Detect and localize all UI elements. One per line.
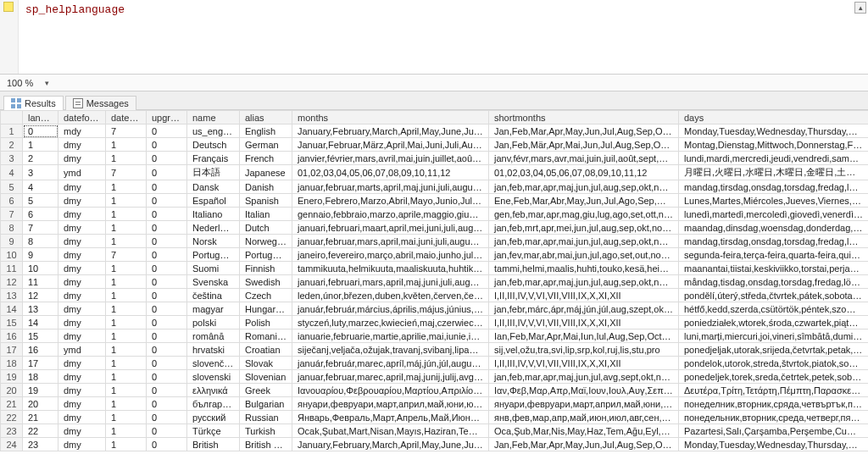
cell-months[interactable]: ianuarie,februarie,martie,aprilie,mai,iu… <box>292 329 489 343</box>
row-number[interactable]: 9 <box>1 235 23 248</box>
table-row[interactable]: 21dmy10DeutschGermanJanuar,Februar,März,… <box>1 138 869 152</box>
cell-datefirst[interactable]: 1 <box>106 221 147 235</box>
col-months[interactable]: months <box>292 111 489 125</box>
cell-datefirst[interactable]: 1 <box>106 424 147 438</box>
cell-langid[interactable]: 17 <box>23 357 58 370</box>
table-row[interactable]: 76dmy10ItalianoItaliangennaio,febbraio,m… <box>1 208 869 221</box>
cell-name[interactable]: slovenčina <box>187 357 240 370</box>
row-number[interactable]: 15 <box>1 316 23 329</box>
cell-shortmonths[interactable]: jan,feb,mar,apr,maj,jun,jul,aug,sep,okt,… <box>489 180 679 194</box>
cell-shortmonths[interactable]: I,II,III,IV,V,VI,VII,VIII,IX,X,XI,XII <box>489 357 679 370</box>
row-number[interactable]: 21 <box>1 397 23 411</box>
cell-dateformat[interactable]: dmy <box>58 235 106 248</box>
cell-langid[interactable]: 16 <box>23 343 58 357</box>
cell-langid[interactable]: 10 <box>23 262 58 275</box>
cell-alias[interactable]: Bulgarian <box>240 397 292 411</box>
cell-name[interactable]: ελληνικά <box>187 384 240 397</box>
cell-shortmonths[interactable]: jan,febr,márc,ápr,máj,jún,júl,aug,szept,… <box>489 302 679 316</box>
row-number[interactable]: 7 <box>1 208 23 221</box>
table-row[interactable]: 10mdy70us_englishEnglishJanuary,February… <box>1 125 869 138</box>
cell-name[interactable]: Deutsch <box>187 138 240 152</box>
cell-months[interactable]: januar,februar,marts,april,maj,juni,juli… <box>292 180 489 194</box>
cell-name[interactable]: slovenski <box>187 370 240 384</box>
cell-months[interactable]: January,February,March,April,May,June,Ju… <box>292 438 489 451</box>
row-number[interactable]: 3 <box>1 152 23 165</box>
row-number[interactable]: 18 <box>1 357 23 370</box>
cell-upgrade[interactable]: 0 <box>147 357 187 370</box>
cell-langid[interactable]: 21 <box>23 411 58 424</box>
table-row[interactable]: 2019dmy10ελληνικάGreekΙανουαρίου,Φεβρουα… <box>1 384 869 397</box>
row-number[interactable]: 19 <box>1 370 23 384</box>
cell-datefirst[interactable]: 1 <box>106 138 147 152</box>
cell-name[interactable]: Dansk <box>187 180 240 194</box>
col-dateformat[interactable]: dateformat <box>58 111 106 125</box>
cell-upgrade[interactable]: 0 <box>147 194 187 208</box>
cell-dateformat[interactable]: dmy <box>58 397 106 411</box>
cell-datefirst[interactable]: 1 <box>106 397 147 411</box>
cell-alias[interactable]: Romanian <box>240 329 292 343</box>
cell-shortmonths[interactable]: jan,feb,mrt,apr,mei,jun,jul,aug,sep,okt,… <box>489 221 679 235</box>
cell-alias[interactable]: Turkish <box>240 424 292 438</box>
cell-name[interactable]: Français <box>187 152 240 165</box>
row-number[interactable]: 14 <box>1 302 23 316</box>
cell-upgrade[interactable]: 0 <box>147 262 187 275</box>
cell-name[interactable]: magyar <box>187 302 240 316</box>
cell-days[interactable]: mandag,tirsdag,onsdag,torsdag,fredag,lør… <box>679 235 869 248</box>
cell-alias[interactable]: Dutch <box>240 221 292 235</box>
row-number[interactable]: 11 <box>1 262 23 275</box>
cell-datefirst[interactable]: 1 <box>106 289 147 302</box>
cell-datefirst[interactable]: 1 <box>106 411 147 424</box>
table-row[interactable]: 1110dmy10SuomiFinnishtammikuuta,helmikuu… <box>1 262 869 275</box>
cell-name[interactable]: hrvatski <box>187 343 240 357</box>
cell-months[interactable]: januari,februari,mars,april,maj,juni,jul… <box>292 275 489 289</box>
table-row[interactable]: 1514dmy10polskiPolishstyczeń,luty,marzec… <box>1 316 869 329</box>
col-days[interactable]: days <box>679 111 869 125</box>
table-row[interactable]: 1817dmy10slovenčinaSlovakjanuár,február,… <box>1 357 869 370</box>
table-row[interactable]: 2221dmy10русскийRussianЯнварь,Февраль,Ма… <box>1 411 869 424</box>
cell-upgrade[interactable]: 0 <box>147 329 187 343</box>
cell-days[interactable]: hétfő,kedd,szerda,csütörtök,péntek,szomb… <box>679 302 869 316</box>
cell-langid[interactable]: 19 <box>23 384 58 397</box>
cell-alias[interactable]: Japanese <box>240 165 292 180</box>
row-number[interactable]: 24 <box>1 438 23 451</box>
cell-langid[interactable]: 5 <box>23 194 58 208</box>
row-number[interactable]: 2 <box>1 138 23 152</box>
cell-months[interactable]: 01,02,03,04,05,06,07,08,09,10,11,12 <box>292 165 489 180</box>
cell-dateformat[interactable]: dmy <box>58 138 106 152</box>
table-row[interactable]: 1716ymd10hrvatskiCroatiansiječanj,veljač… <box>1 343 869 357</box>
cell-upgrade[interactable]: 0 <box>147 138 187 152</box>
cell-days[interactable]: Montag,Dienstag,Mittwoch,Donnerstag,Frei… <box>679 138 869 152</box>
cell-alias[interactable]: Czech <box>240 289 292 302</box>
cell-alias[interactable]: Norwegian <box>240 235 292 248</box>
table-row[interactable]: 1211dmy10SvenskaSwedishjanuari,februari,… <box>1 275 869 289</box>
zoom-dropdown-icon[interactable]: ▾ <box>42 78 52 88</box>
cell-datefirst[interactable]: 7 <box>106 125 147 138</box>
cell-months[interactable]: януари,февруари,март,април,май,юни,юли,а… <box>292 397 489 411</box>
cell-dateformat[interactable]: dmy <box>58 411 106 424</box>
cell-upgrade[interactable]: 0 <box>147 424 187 438</box>
cell-days[interactable]: ponedjeljak,utorak,srijeda,četvrtak,peta… <box>679 343 869 357</box>
cell-months[interactable]: Enero,Febrero,Marzo,Abril,Mayo,Junio,Jul… <box>292 194 489 208</box>
row-number[interactable]: 12 <box>1 275 23 289</box>
col-datefirst[interactable]: datefirst <box>106 111 147 125</box>
cell-days[interactable]: Monday,Tuesday,Wednesday,Thursday,Friday… <box>679 125 869 138</box>
cell-alias[interactable]: Russian <box>240 411 292 424</box>
row-number[interactable]: 17 <box>1 343 23 357</box>
cell-days[interactable]: Monday,Tuesday,Wednesday,Thursday,Friday… <box>679 438 869 451</box>
table-row[interactable]: 1918dmy10slovenskiSlovenianjanuar,februa… <box>1 370 869 384</box>
cell-upgrade[interactable]: 0 <box>147 152 187 165</box>
cell-datefirst[interactable]: 1 <box>106 180 147 194</box>
cell-langid[interactable]: 15 <box>23 329 58 343</box>
cell-datefirst[interactable]: 1 <box>106 302 147 316</box>
cell-langid[interactable]: 9 <box>23 248 58 262</box>
cell-months[interactable]: janeiro,fevereiro,março,abril,maio,junho… <box>292 248 489 262</box>
col-name[interactable]: name <box>187 111 240 125</box>
cell-upgrade[interactable]: 0 <box>147 384 187 397</box>
cell-name[interactable]: us_english <box>187 125 240 138</box>
cell-name[interactable]: русский <box>187 411 240 424</box>
cell-langid[interactable]: 8 <box>23 235 58 248</box>
cell-days[interactable]: ponedeljek,torek,sreda,četrtek,petek,sob… <box>679 370 869 384</box>
row-number[interactable]: 16 <box>1 329 23 343</box>
cell-days[interactable]: poniedziałek,wtorek,środa,czwartek,piąte… <box>679 316 869 329</box>
cell-upgrade[interactable]: 0 <box>147 248 187 262</box>
